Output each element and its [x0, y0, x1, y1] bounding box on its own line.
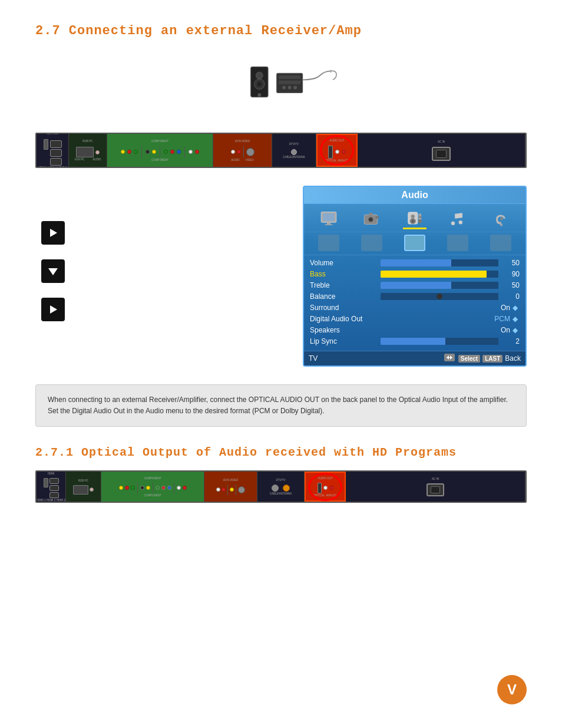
- logo-symbol: V: [507, 681, 517, 698]
- audio-menu-icons: [304, 204, 525, 232]
- audio-arrow-surround: ◆: [510, 304, 520, 312]
- audio-bar-lipsync: [381, 338, 498, 345]
- bottom-panel-component: COMPONENT COMPONENT: [101, 472, 204, 502]
- svg-point-27: [412, 220, 414, 222]
- svg-marker-14: [50, 305, 57, 314]
- audio-value-balance: 0: [502, 292, 520, 301]
- note-box: When connecting to an external Receiver/…: [35, 384, 527, 427]
- icons-column: [35, 186, 65, 321]
- audio-menu-wrapper: Audio: [77, 186, 527, 367]
- middle-section: Audio: [35, 186, 527, 367]
- audio-row-volume: Volume 50: [310, 259, 520, 267]
- audio-label-digital: Digital Audio Out: [310, 315, 381, 323]
- svg-rect-16: [323, 213, 335, 221]
- menu-icon-speaker-active: [403, 209, 427, 229]
- panel-label-service: SERVICE: [47, 133, 58, 135]
- speaker-diagram: [35, 56, 527, 121]
- bottom-panel-service: HDMI HDMI 1 HDMI 2 HDMI 3: [37, 472, 66, 502]
- nav-last-label: LAST: [482, 355, 503, 363]
- svg-point-10: [293, 86, 297, 90]
- svg-point-1: [256, 72, 263, 79]
- bottom-panel-audio-out: AUDIO OUT OPTICAL ANALOG: [305, 472, 346, 502]
- svg-point-11: [329, 70, 332, 72]
- panel-label-ac: AC IN: [438, 140, 445, 143]
- panel-label-rgb: RGB PC: [82, 140, 92, 143]
- panel-label-dtv: DTV/TV: [289, 143, 299, 146]
- audio-label-bass: Bass: [310, 270, 381, 278]
- panel-ac: AC IN: [358, 134, 525, 167]
- audio-row-digital: Digital Audio Out PCM ◆: [310, 315, 520, 323]
- audio-menu-rows: Volume 50 Bass 90: [304, 255, 525, 351]
- audio-value-digital: PCM: [487, 315, 510, 323]
- panel-sublabel-component: COMPONENT: [151, 159, 168, 162]
- audio-value-volume: 50: [502, 259, 520, 267]
- bottom-panel-rgb: RGB PC: [66, 472, 101, 502]
- subsection-title: 2.7.1 Optical Output of Audio received w…: [35, 444, 527, 461]
- audio-label-surround: Surround: [310, 304, 381, 312]
- svg-point-8: [282, 86, 286, 90]
- page-container: 2.7 Connecting an external Receiver/Amp: [0, 0, 562, 728]
- icon-triangle-down: [41, 259, 65, 283]
- svg-point-25: [411, 215, 415, 218]
- svg-point-21: [369, 218, 372, 221]
- audio-label-speakers: Speakers: [310, 326, 381, 334]
- nav-dpad-icon: [444, 354, 456, 363]
- logo-circle: V: [497, 675, 527, 704]
- panel-dtv: DTV/TV CABLE/ANTENNA: [272, 134, 316, 167]
- audio-label-treble: Treble: [310, 281, 381, 289]
- audio-bar-volume: [381, 259, 498, 266]
- audio-value-speakers: On: [487, 326, 510, 334]
- audio-row-balance: Balance 0: [310, 292, 520, 301]
- audio-menu-sub-icons: [304, 232, 525, 255]
- icon-triangle-right-1: [41, 221, 65, 245]
- audio-arrow-speakers: ◆: [510, 326, 520, 334]
- footer-nav: Select LAST Back: [444, 354, 521, 363]
- section-title: 2.7 Connecting an external Receiver/Amp: [35, 24, 527, 38]
- footer-tv-label: TV: [309, 354, 318, 363]
- svg-point-4: [257, 93, 261, 97]
- logo-container: V: [497, 675, 527, 704]
- svg-rect-23: [376, 216, 379, 218]
- note-text: When connecting to an external Receiver/…: [48, 394, 514, 417]
- menu-icon-music: [446, 209, 470, 229]
- svg-rect-6: [279, 75, 300, 79]
- speaker-svg: [216, 56, 346, 121]
- audio-value-treble: 50: [502, 281, 520, 289]
- panel-audio-out: AUDIO OUT OPTICAL ANALOG: [316, 134, 358, 167]
- audio-row-surround: Surround On ◆: [310, 304, 520, 312]
- nav-back-label: Back: [505, 354, 521, 363]
- bottom-panel-ac: AC IN: [346, 472, 525, 502]
- audio-label-lipsync: Lip Sync: [310, 337, 381, 345]
- audio-label-balance: Balance: [310, 292, 381, 301]
- panel-av: AV/S-VIDEO AUDIO VIDEO: [213, 134, 272, 167]
- top-connection-panel: SERVICE HDMI 1 HDMI 2 HDMI 3 RGB PC: [35, 133, 527, 168]
- svg-point-9: [288, 86, 292, 90]
- audio-value-bass: 90: [502, 270, 520, 278]
- icon-triangle-right-2: [41, 298, 65, 321]
- panel-sublabel-hdmi: HDMI 1 HDMI 2 HDMI 3: [38, 166, 67, 169]
- audio-bar-treble: [381, 282, 498, 289]
- svg-point-32: [500, 217, 503, 220]
- panel-rgb: RGB PC VGA PC AUDIO: [69, 134, 107, 167]
- menu-icon-camera: [360, 209, 384, 229]
- audio-row-lipsync: Lip Sync 2: [310, 337, 520, 345]
- audio-label-volume: Volume: [310, 259, 381, 267]
- svg-point-29: [418, 216, 421, 219]
- svg-rect-17: [327, 222, 330, 224]
- panel-label-component: COMPONENT: [151, 140, 168, 143]
- svg-point-30: [418, 219, 422, 223]
- audio-menu-title: Audio: [304, 187, 525, 204]
- svg-marker-13: [48, 268, 58, 275]
- nav-select-label: Select: [458, 355, 480, 363]
- svg-marker-12: [50, 229, 57, 237]
- audio-value-surround: On: [487, 304, 510, 312]
- panel-label-audio-out: AUDIO OUT: [329, 139, 344, 142]
- audio-arrow-digital: ◆: [510, 315, 520, 323]
- audio-value-lipsync: 2: [502, 337, 520, 345]
- audio-menu-footer: TV Select LAST Back: [304, 351, 525, 365]
- svg-rect-7: [279, 81, 300, 84]
- audio-menu: Audio: [303, 186, 527, 367]
- bottom-panel-dtv: DTV/TV CABLE/ANTENNA: [257, 472, 305, 502]
- menu-icon-settings: [489, 209, 513, 229]
- svg-point-3: [257, 82, 262, 86]
